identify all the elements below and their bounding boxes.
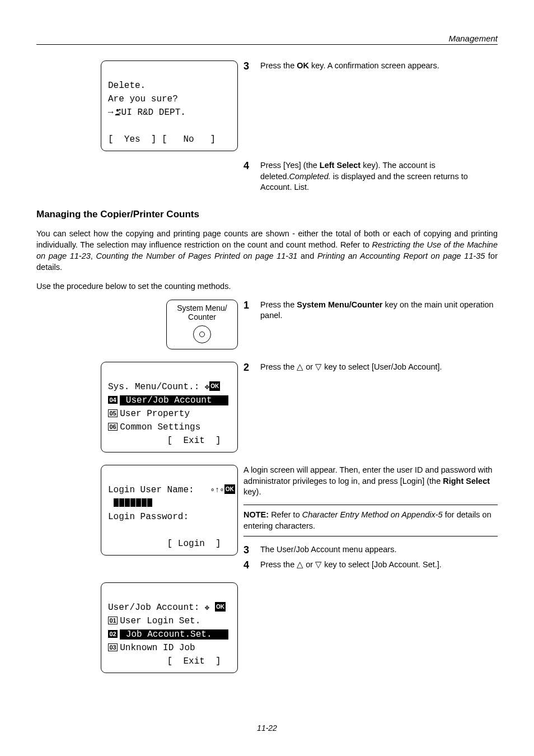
page-number: 11-22 [0, 724, 534, 732]
step-text: Press the OK key. A confirmation screen … [260, 60, 498, 72]
item-number: 03 [108, 643, 118, 651]
text-nav-icon: ∘↑∘ [210, 486, 224, 494]
lcd-menu-item-selected[interactable]: 04 User/Job Account [108, 394, 231, 407]
step-number: 4 [243, 160, 260, 172]
step-number: 1 [243, 300, 260, 311]
key-name: Right Select [443, 477, 490, 486]
xref: Counting the Number of Pages Printed on … [96, 251, 298, 260]
dept-name: UI R&D DEPT. [121, 108, 186, 118]
section-heading: Managing the Copier/Printer Counts [36, 209, 498, 220]
key-name: System Menu/Counter [297, 300, 382, 309]
lcd-menu-item[interactable]: 06Common Settings [108, 421, 231, 434]
lcd-menu-item-selected[interactable]: 02 Job Account.Set. [108, 628, 231, 641]
xref: Printing an Accounting Report on page 11… [317, 251, 485, 260]
key-name: OK [297, 61, 309, 70]
key-button-icon [193, 325, 211, 343]
step-number: 2 [243, 362, 260, 374]
lcd-login: Login User Name: ∘↑∘OK Login Password: [… [101, 465, 238, 556]
intro-paragraph-1: You can select how the copying and print… [36, 228, 498, 273]
lcd-menu-item[interactable]: 01User Login Set. [108, 614, 231, 628]
lcd-user-job-account: User/Job Account: ✥ OK01User Login Set.0… [101, 582, 238, 673]
item-number: 04 [108, 396, 118, 404]
lcd-title-line: Login User Name: ∘↑∘OK [108, 483, 231, 497]
lcd-delete-confirm: Delete.Are you sure?→UI R&D DEPT. [ Yes … [101, 60, 238, 151]
username-input[interactable] [108, 497, 231, 510]
lcd-title-line: User/Job Account: ✥ OK [108, 601, 231, 614]
softkey-yes[interactable]: Yes [124, 134, 140, 144]
up-arrow-icon: △ [297, 362, 303, 371]
lcd-softkeys: [ Login ] [108, 537, 231, 550]
ok-icon: OK [215, 602, 226, 612]
lcd-softkeys: [ Exit ] [108, 655, 231, 668]
svg-point-1 [119, 109, 120, 111]
note-box: NOTE: Refer to Character Entry Method on… [243, 505, 498, 536]
lcd-menu-item[interactable]: 05User Property [108, 407, 231, 421]
step-text: The User/Job Account menu appears. [260, 544, 498, 556]
key-label-line1: System Menu/ [169, 304, 235, 313]
header-title: Management [36, 34, 498, 43]
lcd-label: Login Password: [108, 510, 231, 524]
up-arrow-icon: △ [297, 560, 303, 569]
lcd-title-line: Sys. Menu/Count.: ✥OK [108, 380, 231, 394]
intro-paragraph-2: Use the procedure below to set the count… [36, 281, 498, 292]
status-msg: Completed. [289, 172, 331, 181]
step-number: 4 [243, 559, 260, 571]
softkey-exit[interactable]: Exit [183, 656, 204, 666]
step-number: 3 [243, 60, 260, 72]
down-arrow-icon: ▽ [315, 560, 322, 569]
svg-point-0 [116, 109, 118, 111]
login-instruction: A login screen will appear. Then, enter … [243, 465, 498, 498]
step-text: Press the △ or ▽ key to select [Job Acco… [260, 559, 498, 571]
step-text: Press the △ or ▽ key to select [User/Job… [260, 362, 498, 373]
step-text: Press the System Menu/Counter key on the… [260, 300, 498, 321]
lcd-line: →UI R&D DEPT. [108, 106, 231, 119]
item-number: 05 [108, 409, 118, 417]
xref: Character Entry Method on Appendix-5 [302, 510, 443, 519]
lcd-softkeys: [ Yes ] [ No ] [108, 133, 231, 146]
note-label: NOTE: [243, 510, 269, 519]
ok-icon: OK [224, 484, 235, 494]
lcd-softkeys: [ Exit ] [108, 434, 231, 447]
softkey-no[interactable]: No [183, 134, 194, 144]
lcd-line: Are you sure? [108, 92, 231, 106]
ok-icon: OK [209, 381, 220, 391]
nav-arrows-icon: ✥ [205, 603, 209, 612]
down-arrow-icon: ▽ [315, 362, 322, 371]
nav-arrows-icon: ✥ [205, 382, 209, 391]
lcd-menu-item[interactable]: 03Unknown ID Job [108, 641, 231, 655]
step-number: 3 [243, 544, 260, 556]
key-label-line2: Counter [169, 312, 235, 322]
lcd-sys-menu: Sys. Menu/Count.: ✥OK04 User/Job Account… [101, 362, 238, 452]
page-header: Management [36, 34, 498, 45]
step-text: Press [Yes] (the Left Select key). The a… [260, 160, 498, 193]
item-number: 02 [108, 630, 118, 638]
softkey-login[interactable]: Login [178, 539, 205, 549]
lcd-line: Delete. [108, 79, 231, 92]
user-icon [114, 108, 121, 116]
system-menu-counter-key[interactable]: System Menu/ Counter [166, 300, 238, 350]
item-number: 06 [108, 423, 118, 431]
key-name: Left Select [320, 161, 360, 170]
softkey-exit[interactable]: Exit [183, 436, 204, 446]
item-number: 01 [108, 617, 118, 624]
